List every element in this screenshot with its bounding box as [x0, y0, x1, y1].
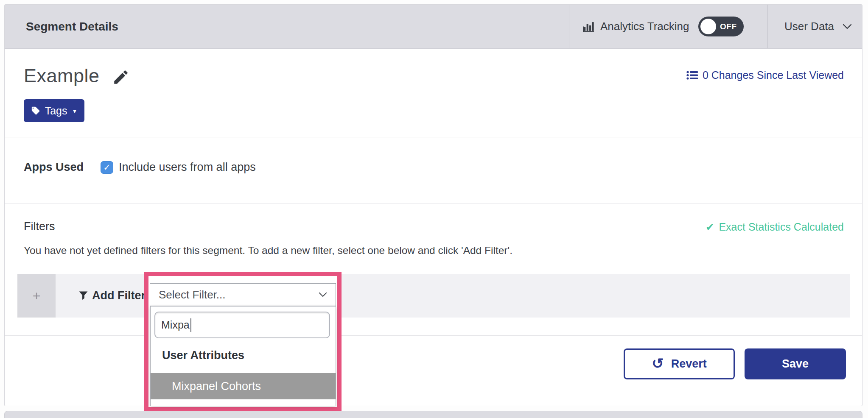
tags-button[interactable]: Tags ▼ [24, 99, 84, 122]
apps-used-label: Apps Used [24, 161, 84, 174]
filter-search-input[interactable]: Mixpa [154, 312, 330, 338]
filter-funnel-icon [79, 291, 88, 300]
segment-name: Example [24, 65, 100, 87]
apps-used-row: Apps Used ✓ Include users from all apps [24, 161, 256, 174]
filters-title: Filters [24, 220, 55, 233]
filter-dropdown-panel: Mixpa User Attributes Mixpanel Cohorts [150, 306, 336, 406]
include-all-apps-label: Include users from all apps [119, 161, 256, 174]
tag-icon [31, 106, 40, 115]
edit-pencil-icon[interactable] [112, 68, 130, 86]
section-divider [5, 203, 862, 203]
card-header: Segment Details Analytics Tracking [5, 5, 862, 49]
dropdown-option-mixpanel-cohorts[interactable]: Mixpanel Cohorts [151, 373, 336, 399]
exact-statistics-label: Exact Statistics Calculated [719, 221, 844, 233]
chevron-down-icon [319, 292, 327, 297]
filters-empty-text: You have not yet defined filters for thi… [24, 245, 512, 256]
undo-icon: ↺ [652, 356, 664, 371]
user-data-label: User Data [784, 20, 834, 33]
page-title: Segment Details [26, 20, 118, 33]
save-button-label: Save [782, 357, 809, 371]
section-divider [5, 335, 862, 336]
next-section-bar [4, 411, 862, 418]
dropdown-option-label: Mixpanel Cohorts [172, 380, 261, 393]
filter-select[interactable]: Select Filter... [150, 283, 336, 306]
exact-statistics-status: ✔ Exact Statistics Calculated [706, 221, 844, 233]
checkmark-icon: ✓ [103, 162, 111, 173]
header-divider [569, 5, 569, 48]
annotation-highlight-box: Select Filter... Mixpa User Attributes M… [144, 272, 342, 411]
list-icon [686, 70, 698, 80]
caret-down-icon: ▼ [72, 107, 77, 114]
page: Segment Details Analytics Tracking [0, 0, 868, 418]
dropdown-group-header: User Attributes [162, 349, 244, 362]
filter-select-value: Select Filter... [159, 288, 226, 301]
add-filter-label: Add Filter [92, 289, 146, 302]
include-all-apps-checkbox[interactable]: ✓ [101, 161, 113, 174]
tags-button-label: Tags [45, 105, 67, 117]
toggle-knob [700, 19, 716, 34]
bar-chart-icon [582, 20, 595, 33]
changes-link-label: 0 Changes Since Last Viewed [703, 69, 844, 81]
save-button[interactable]: Save [745, 348, 846, 379]
revert-button-label: Revert [671, 357, 707, 371]
toggle-state-label: OFF [720, 22, 737, 31]
add-filter-row: + Add Filter [17, 274, 850, 318]
search-input-value: Mixpa [161, 319, 190, 331]
analytics-tracking-group: Analytics Tracking OFF [582, 5, 744, 48]
changes-since-last-viewed-link[interactable]: 0 Changes Since Last Viewed [686, 69, 844, 81]
text-cursor [190, 318, 191, 332]
section-divider [5, 137, 862, 137]
analytics-tracking-toggle[interactable]: OFF [698, 17, 744, 36]
analytics-tracking-label: Analytics Tracking [600, 20, 689, 33]
plus-icon: + [33, 289, 41, 303]
revert-button[interactable]: ↺ Revert [624, 348, 735, 379]
success-check-icon: ✔ [706, 222, 714, 232]
header-divider [767, 5, 768, 48]
user-data-dropdown[interactable]: User Data [784, 5, 852, 48]
chevron-down-icon [843, 24, 852, 29]
segment-details-card: Segment Details Analytics Tracking [4, 4, 862, 406]
add-filter-plus-button[interactable]: + [17, 274, 56, 318]
